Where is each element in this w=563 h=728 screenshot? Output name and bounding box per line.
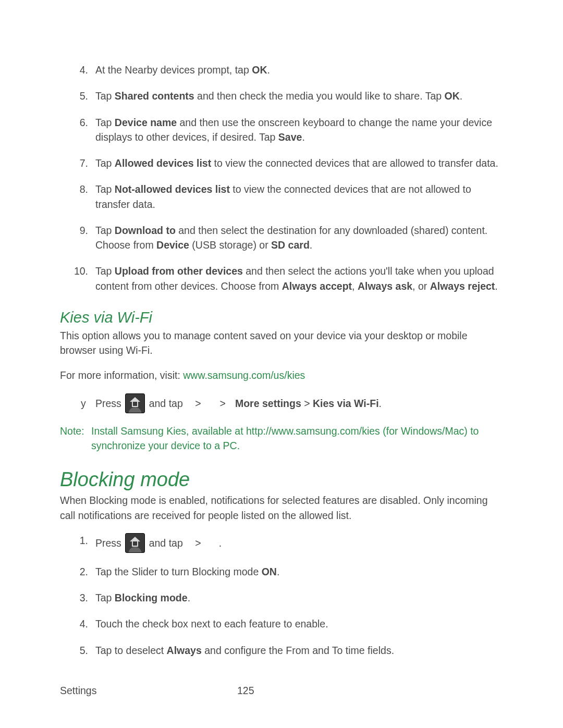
step-8: 8. Tap Not-allowed devices list to view … — [60, 182, 503, 212]
steps-list-nearby: 4. At the Nearby devices prompt, tap OK.… — [60, 63, 503, 293]
kies-note: Note: Install Samsung Kies, available at… — [60, 424, 503, 453]
step-6: 6. Tap Device name and then use the onsc… — [60, 115, 503, 145]
heading-blocking-mode: Blocking mode — [60, 468, 503, 491]
step-7: 7. Tap Allowed devices list to view the … — [60, 156, 503, 170]
blocking-step-4: 4. Touch the check box next to each feat… — [60, 616, 503, 631]
blocking-step-2: 2. Tap the Slider to turn Blocking mode … — [60, 564, 503, 579]
footer-page-number: 125 — [237, 685, 254, 697]
step-10: 10. Tap Upload from other devices and th… — [60, 264, 503, 293]
home-icon — [125, 393, 145, 413]
blocking-step-1: 1. Press and tap > . — [60, 533, 503, 553]
footer-section: Settings — [60, 685, 237, 697]
kies-info: For more information, visit: www.samsung… — [60, 368, 503, 382]
blocking-intro: When Blocking mode is enabled, notificat… — [60, 493, 503, 523]
home-icon — [125, 533, 145, 553]
heading-kies: Kies via Wi-Fi — [60, 309, 503, 326]
blocking-step-5: 5. Tap to deselect Always and configure … — [60, 643, 503, 658]
step-4: 4. At the Nearby devices prompt, tap OK. — [60, 63, 503, 77]
blocking-step-3: 3. Tap Blocking mode. — [60, 590, 503, 605]
page-footer: Settings 125 — [60, 685, 503, 697]
kies-link[interactable]: www.samsung.com/us/kies — [183, 369, 305, 381]
kies-intro: This option allows you to manage content… — [60, 328, 503, 358]
steps-list-blocking: 1. Press and tap > . 2. Tap the Slider t… — [60, 533, 503, 658]
kies-press-step: y Press and tap >>More settings > Kies v… — [81, 393, 503, 413]
document-page: 4. At the Nearby devices prompt, tap OK.… — [0, 0, 563, 728]
step-9: 9. Tap Download to and then select the d… — [60, 223, 503, 253]
step-5: 5. Tap Shared contents and then check th… — [60, 89, 503, 103]
